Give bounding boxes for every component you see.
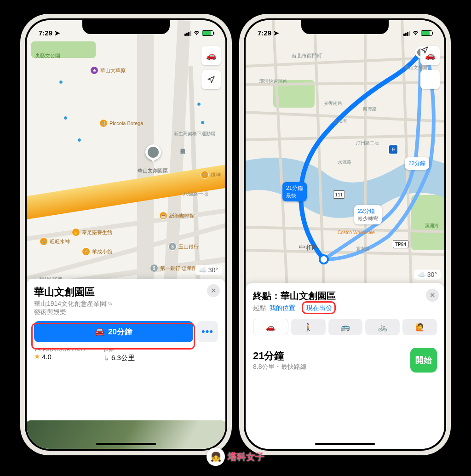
mode-transit[interactable]: 🚌	[328, 319, 363, 335]
phone-bezel: 7:29 ➤ 央藝文公園 ★華山大草原 🍴Piccola Botega 新生高架…	[25, 18, 227, 451]
parking-icon	[59, 80, 63, 84]
directions-title: 終點：華山文創園區	[253, 290, 437, 302]
directions-button[interactable]: 🚘 20分鐘	[34, 321, 193, 342]
poi-yang[interactable]: 🍴羊成小館	[82, 247, 112, 256]
transport-mode-tabs: 🚗 🚶 🚌 🚲 🙋	[253, 319, 437, 335]
poi-wang[interactable]: 🛒旺旺水神	[40, 237, 70, 246]
status-time: 7:29 ➤	[258, 29, 279, 37]
destination-pin[interactable]	[145, 144, 161, 160]
close-button[interactable]: ✕	[207, 284, 220, 297]
map-label-sports: 新生高架橋下運動場	[174, 131, 215, 137]
battery-icon	[202, 30, 213, 36]
status-right	[403, 30, 432, 36]
poi-paper-cafe[interactable]: ☕紙街咖啡館	[159, 212, 195, 220]
car-icon: 🚘	[95, 327, 104, 337]
origin-value[interactable]: 我的位置	[270, 304, 295, 312]
weather-chip[interactable]: ☁️ 30°	[414, 270, 441, 280]
map-label: Costco Wholesale	[338, 230, 375, 235]
notch	[301, 20, 389, 34]
location-arrow-icon: ➤	[54, 29, 60, 37]
parking-icon	[63, 116, 68, 120]
more-button[interactable]: •••	[197, 321, 218, 342]
map-area-right[interactable]: 台北市西門町 華山文創園… 環河快速道路 光復南路 南海路 三元街 汀州路二段 …	[246, 20, 444, 283]
directions-sheet: ✕ 終點：華山文創園區 起點 我的位置 · 現在出發 🚗 🚶 🚌 🚲 🙋	[246, 283, 444, 449]
parking-icon	[201, 120, 205, 125]
mode-walk[interactable]: 🚶	[291, 319, 326, 335]
route-time: 21分鐘	[253, 349, 307, 363]
home-indicator[interactable]	[96, 443, 156, 445]
signal-icon	[184, 31, 191, 36]
watermark: 👧 塔科女子	[207, 447, 264, 466]
weather-chip[interactable]: ☁️ 30°	[195, 265, 222, 275]
mode-rideshare[interactable]: 🙋	[402, 319, 437, 335]
origin-label: 起點	[253, 304, 266, 312]
map-label: 溪洲河	[425, 223, 439, 229]
screen-right: 7:29 ➤	[246, 20, 444, 449]
status-right	[184, 30, 213, 36]
poi-yushan-bank[interactable]: $玉山銀行	[168, 242, 199, 251]
svg-point-3	[320, 255, 328, 264]
map-label: 南海路	[363, 106, 377, 112]
map-label: 三元街	[333, 118, 347, 124]
map-label: 台北市西門町	[292, 52, 322, 59]
map-label: 環河快速道路	[259, 78, 287, 85]
mode-cycle[interactable]: 🚲	[365, 319, 400, 335]
route-callout-primary[interactable]: 21分鐘 最快	[282, 182, 307, 201]
place-title: 華山文創園區	[34, 285, 218, 299]
star-icon: ★	[34, 352, 40, 361]
home-indicator[interactable]	[315, 443, 375, 445]
place-sheet: ✕ 華山文創園區 華山1914文化創意產業園區 藝術與娛樂 🚘 20分鐘 •••…	[27, 279, 225, 449]
screen-left: 7:29 ➤ 央藝文公園 ★華山大草原 🍴Piccola Botega 新生高架…	[27, 20, 225, 449]
phone-frame-right: 7:29 ➤	[239, 14, 451, 455]
map-label-park: 央藝文公園	[35, 52, 60, 59]
phone-frame-left: 7:29 ➤ 央藝文公園 ★華山大草原 🍴Piccola Botega 新生高架…	[20, 14, 232, 455]
mode-drive[interactable]: 🚗	[253, 319, 288, 335]
phone-bezel: 7:29 ➤	[244, 18, 446, 451]
signal-icon	[403, 31, 410, 36]
tripadvisor-block: TRIPADVISOR (747) ★4.0	[34, 347, 85, 362]
go-button[interactable]: 開始	[410, 348, 437, 373]
leave-now-button[interactable]: 現在出發	[304, 303, 334, 312]
map-label: 水源路	[338, 159, 351, 166]
route-callout-alt1[interactable]: 22分鐘 較少轉彎	[354, 205, 382, 224]
map-label: 汀州路二段	[356, 140, 379, 146]
map-area-left[interactable]: 央藝文公園 ★華山大草原 🍴Piccola Botega 新生高架橋下運動場 新…	[27, 20, 225, 279]
location-arrow-icon: ➤	[273, 29, 279, 37]
wifi-icon	[193, 30, 200, 36]
directions-time: 20分鐘	[108, 327, 132, 337]
status-time: 7:29 ➤	[39, 29, 60, 37]
destination-pin-label: 華山文創園區	[130, 167, 176, 174]
poi-thai[interactable]: ✋泰足樂養生館	[72, 228, 112, 236]
poi-huashan-field[interactable]: ★華山大草原	[90, 66, 126, 75]
watermark-avatar-icon: 👧	[207, 447, 225, 466]
watermark-text: 塔科女子	[228, 451, 264, 463]
parking-icon	[77, 138, 81, 142]
poi-dunkun[interactable]: 🛒燉坤	[201, 171, 221, 179]
route-option-1[interactable]: 21分鐘 8.8公里・最快路線 開始	[253, 348, 437, 373]
battery-icon	[421, 30, 432, 36]
place-subtitle: 華山1914文化創意產業園區	[34, 300, 218, 308]
route-desc: 8.8公里・最快路線	[253, 363, 307, 371]
map-label-bade: 八德路一段	[183, 190, 208, 197]
mode-toggle-button[interactable]: 🚗	[201, 46, 221, 65]
locate-me-button[interactable]	[420, 70, 440, 89]
wifi-icon	[412, 30, 419, 36]
locate-me-button[interactable]	[201, 70, 221, 89]
map-label: 中和區	[299, 244, 318, 252]
place-category: 藝術與娛樂	[34, 308, 218, 316]
poi-piccola[interactable]: 🍴Piccola Botega	[99, 119, 143, 127]
route-shield-111: 111	[333, 190, 345, 199]
notch	[82, 20, 170, 34]
map-label: 宜安路	[356, 246, 370, 252]
route-icon: ↳	[103, 354, 109, 362]
map-label: 光復南路	[324, 100, 342, 107]
parking-icon	[197, 102, 201, 106]
route-callout-alt2[interactable]: 22分鐘	[405, 157, 429, 170]
distance-block: 距離 ↳6.3公里	[103, 347, 135, 362]
route-shield-9: 9	[388, 144, 398, 155]
close-button[interactable]: ✕	[426, 289, 439, 302]
route-shield-tp94: TP94	[393, 240, 408, 248]
